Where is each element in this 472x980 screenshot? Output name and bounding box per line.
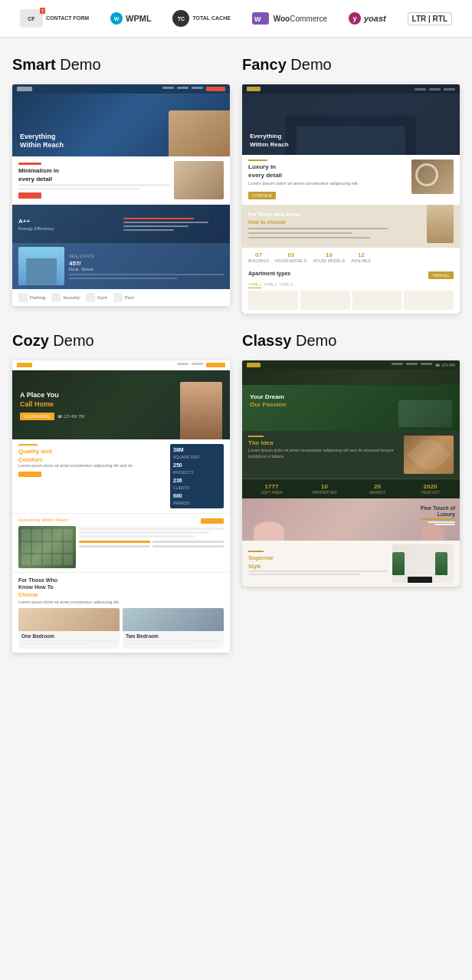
main-content: Smart Demo Everything [0,38,472,671]
fancy-stat-label-2: HOUSE MODEL D [275,258,307,263]
cozy-card-2-image [123,608,224,631]
fancy-person-image [427,205,454,243]
cozy-nav-items [177,363,225,367]
classy-accent [248,436,264,437]
woocommerce-plugin: W WooCommerce [252,12,327,25]
yoast-icon: y [349,12,361,25]
fancy-apt-plan-4 [404,291,454,310]
smart-nav-item [162,87,174,89]
fancy-hero: Everything Within Reach [242,94,460,155]
fancy-stat-num-4: 12 [351,252,371,258]
woo-label: WooCommerce [274,15,327,23]
smart-nav-item [177,87,188,89]
classy-hero: Your Dream Our Passion [242,370,460,431]
fancy-demo-preview[interactable]: Everything Within Reach Luxury in every … [242,84,460,314]
smart-building-section: REAL ESTATE 457/ Real, Street [12,243,230,289]
cozy-info-line [79,535,195,538]
fancy-bar-1 [248,228,388,229]
tc-icon: TC [172,10,189,27]
cozy-card-line [126,640,221,642]
cozy-block [21,542,31,553]
cozy-floorplan-title-highlight: Choose [18,591,224,598]
classy-style-title2: Style [248,564,388,569]
smart-accent-line [18,163,41,165]
yoast-plugin: y yoast [349,12,386,25]
fancy-stat-label-1: BUILDINGS [248,258,269,263]
smart-bar-2 [123,222,208,223]
cozy-aerial-section: Everything Within Reach [12,514,230,573]
smart-hero-text: Everything Within Reach [20,133,64,150]
smart-demo-section[interactable]: Smart Demo Everything [12,56,230,314]
fancy-luxury-text: Luxury in every detail Lorem ipsum dolor… [248,159,407,200]
classy-style-title: Superior [248,554,388,561]
cozy-stat-1-num: 38M [173,447,221,452]
cozy-card-2-body: Two Bedroom [123,631,224,649]
fancy-demo-section[interactable]: Fancy Demo Everything W [242,56,460,314]
classy-idea-title: The Idea [248,439,399,446]
cozy-hero: A Place You Call Home LEARN MORE ☎ 123 4… [12,370,230,439]
fancy-nav-items [415,88,455,90]
smart-divider [69,274,224,275]
classy-stat-1: 1777 SQFT AREA [248,483,295,495]
fancy-nav-logo [247,87,261,91]
fancy-hero-text: Everything Within Reach [250,133,289,149]
cozy-aerial-content [18,526,224,568]
classy-nav-logo [247,363,261,367]
smart-nav [12,84,230,94]
wpml-plugin: W WPML [110,12,152,25]
fancy-apt-plan-2 [300,291,350,310]
cozy-info-line [79,528,224,530]
smart-text-line [18,188,139,190]
fancy-choose-sub: how to choose [248,219,422,225]
fancy-stats-section: 07 BUILDINGS 03 HOUSE MODEL D 10 HOUSE M… [242,248,460,267]
fancy-circle-decor [415,163,438,186]
classy-demo-title: Classy Demo [242,332,460,350]
cozy-aerial-grid [18,526,76,568]
smart-nav-cta [206,87,225,91]
classy-stat-2-num: 10 [301,483,348,490]
plugin-bar: CF 7 CONTACT FORM W WPML TC TOTAL CACHE … [0,0,472,38]
cozy-hero-highlight: Home [34,400,54,408]
fancy-accent [248,159,267,161]
cozy-stat-4-label: AWARDS [173,501,221,505]
fancy-spiral-image [411,159,454,194]
cozy-demo-section[interactable]: Cozy Demo A Place Yo [12,332,230,653]
cozy-block [64,554,73,565]
cozy-block [64,529,73,540]
cozy-aerial-map [18,526,76,568]
fancy-nav-item [415,88,426,90]
classy-nav-item [406,363,418,365]
classy-stat-4: 2020 YEAR EST [407,483,454,495]
cozy-card-line [126,643,192,645]
cozy-card-1-image [18,608,120,631]
smart-energy-sub: Energy Efficiency [18,226,119,231]
cozy-stat-2-num: 250 [173,462,221,468]
fancy-filter-tab-3: TYPE 3 [279,282,292,288]
classy-nav-phone: ☎ 123-456 [435,363,455,367]
fancy-filter-tab-1: TYPE 1 [248,282,261,288]
smart-energy-label: A++ [18,218,119,225]
cozy-block [64,542,73,553]
classy-idea-section: The Idea Lorem ipsum dolor sit amet cons… [242,431,460,479]
fancy-stat-num-1: 07 [248,252,269,258]
classy-demo-preview[interactable]: ☎ 123-456 Your Dream Our Passion [242,360,460,587]
cozy-hero-text: A Place You Call Home [20,390,84,409]
cozy-demo-preview[interactable]: A Place You Call Home LEARN MORE ☎ 123 4… [12,360,230,653]
smart-bar-4 [123,229,174,231]
fancy-luxury-subtitle: every detail [248,172,407,179]
classy-stat-3-label: AWARDS [354,490,401,495]
classy-stat-4-label: YEAR EST [407,490,454,495]
smart-hero-image [169,110,230,156]
classy-stat-4-num: 2020 [407,483,454,490]
classy-stat-2-label: PROPERTIES [301,490,348,495]
classy-demo-section[interactable]: Classy Demo ☎ 123-456 [242,332,460,653]
classy-chair-1 [392,552,405,575]
classy-stats-section: 1777 SQFT AREA 10 PROPERTIES 20 AWARDS 2… [242,479,460,498]
smart-stat-icon [51,293,61,302]
cozy-card-1-title: One Bedroom [21,633,116,639]
classy-stat-3: 20 AWARDS [354,483,401,495]
smart-stat-2: Security [51,293,80,302]
cozy-quality-section: Quality and Comfort Lorem ipsum dolor si… [12,439,230,514]
tc-label: TOTAL CACHE [192,15,230,21]
smart-demo-preview[interactable]: Everything Within Reach Minimalism in ev… [12,84,230,306]
